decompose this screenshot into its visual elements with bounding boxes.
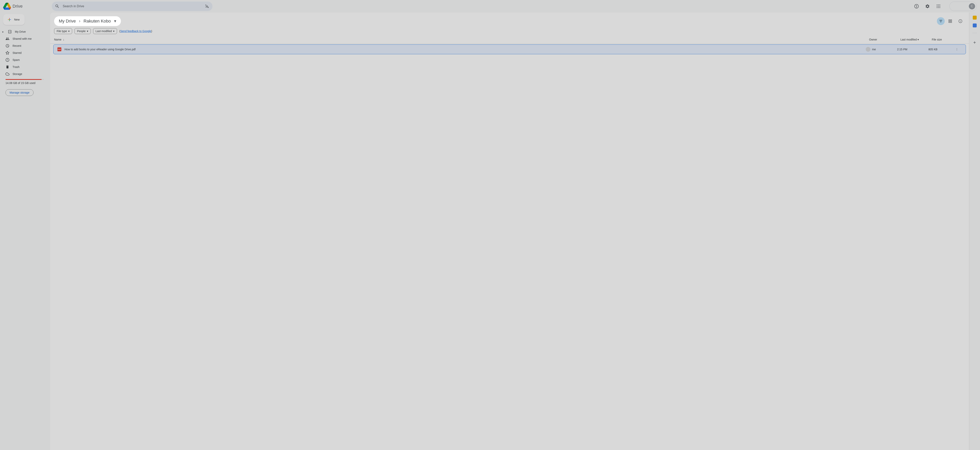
breadcrumb-current[interactable]: Rakuten Kobo [82,18,112,24]
svg-point-7 [939,6,940,7]
table-header: Name ↓ Owner Last modified ▾ File size [50,36,969,44]
svg-rect-13 [951,20,952,21]
nav-label: My Drive [15,30,25,33]
filter-chip-file-type[interactable]: File type ▾ [54,28,72,34]
drive-icon [8,30,12,34]
sidebar-item-recent[interactable]: Recent [2,42,47,49]
dropdown-icon: ▾ [113,30,115,33]
file-owner: me [866,47,897,52]
manage-storage-button[interactable]: Manage storage [5,89,33,96]
sidebar-item-spam[interactable]: Spam [2,56,47,63]
filter-button[interactable] [937,17,945,25]
content-main: My Drive › Rakuten Kobo ▾ [50,13,969,450]
search-input[interactable] [61,5,203,8]
col-header-modified[interactable]: Last modified ▾ [900,38,932,41]
chevron-right-icon: › [78,19,81,24]
filter-chip-last-modified[interactable]: Last modified ▾ [93,28,117,34]
contacts-app-icon[interactable] [973,24,977,27]
sort-down-icon: ↓ [63,38,64,41]
settings-icon[interactable] [923,2,932,11]
nav-label: Trash [13,65,19,68]
dropdown-icon: ▾ [87,30,88,33]
file-modified: 2:15 PM [897,48,929,51]
sidebar-item-my-drive[interactable]: ▸ My Drive [2,28,47,35]
nav-label: Storage [13,73,22,76]
sidebar-item-shared[interactable]: Shared with me [2,35,47,42]
pdf-icon: PDF [57,48,61,51]
filters-row: File type ▾ People ▾ Last modified ▾ (Se… [50,27,969,36]
dropdown-icon: ▾ [68,30,70,33]
keep-app-icon[interactable] [973,16,977,20]
storage-bar [5,79,44,80]
owner-avatar-icon [866,47,870,52]
avatar[interactable]: C [969,3,975,10]
header: Drive C [0,0,980,13]
sidebar-item-trash[interactable]: Trash [2,63,47,70]
col-header-name[interactable]: Name ↓ [54,38,869,41]
file-size: 805 KB [929,48,952,51]
breadcrumb: My Drive › Rakuten Kobo ▾ [54,16,121,26]
drive-logo-icon [3,2,11,10]
expand-icon[interactable]: ▸ [2,30,5,33]
nav-label: Recent [13,44,21,48]
svg-point-6 [938,6,939,7]
dropdown-icon[interactable]: ▾ [114,19,116,24]
svg-rect-15 [951,22,952,23]
col-header-owner[interactable]: Owner [869,38,900,41]
new-button[interactable]: New [3,14,25,25]
breadcrumb-my-drive[interactable]: My Drive [57,18,78,24]
col-header-size[interactable]: File size [932,38,955,41]
storage-text: 14.08 GB of 15 GB used [5,81,44,84]
svg-point-2 [937,5,937,5]
new-button-label: New [14,18,20,21]
more-actions-icon[interactable]: ⋮ [952,48,962,51]
app-name: Drive [13,4,22,9]
svg-rect-14 [949,22,950,23]
sidebar-item-starred[interactable]: Starred [2,49,47,56]
filter-chip-people[interactable]: People ▾ [75,28,91,34]
add-app-icon[interactable]: + [971,38,978,46]
svg-point-4 [939,5,940,5]
info-icon[interactable] [956,16,965,26]
svg-point-10 [939,7,940,8]
plus-icon [7,17,12,22]
help-icon[interactable] [912,2,921,11]
view-controls [937,16,965,26]
svg-rect-12 [949,20,950,21]
feedback-anchor[interactable]: Send feedback to Google [120,30,151,33]
right-sidebar: + [969,13,980,450]
account-area[interactable]: C [950,2,977,11]
apps-icon[interactable] [934,2,943,11]
svg-point-9 [938,7,939,8]
header-right: C [912,2,977,11]
spam-icon [5,58,10,62]
grid-view-icon[interactable] [945,16,955,26]
dropdown-icon: ▾ [918,38,919,41]
file-name: How to add books to your eReader using G… [65,48,866,51]
feedback-link: (Send feedback to Google) [119,30,152,33]
sidebar: New ▸ My Drive Shared with me Recent Sta… [0,13,50,450]
sidebar-item-storage[interactable]: Storage [2,70,47,78]
nav-label: Starred [13,51,22,54]
nav-label: Shared with me [13,37,32,40]
cloud-icon [5,72,10,76]
search-bar [52,2,212,11]
nav-label: Spam [13,58,20,62]
svg-point-3 [938,5,939,5]
search-icon[interactable] [53,2,61,10]
search-options-icon[interactable] [203,2,211,10]
star-icon [5,51,10,55]
logo-area[interactable]: Drive [3,2,52,10]
svg-point-8 [937,7,937,8]
clock-icon [5,44,10,48]
svg-point-5 [937,6,937,7]
people-icon [5,37,10,41]
file-row[interactable]: PDF How to add books to your eReader usi… [53,44,966,54]
trash-icon [5,65,10,69]
storage-fill [5,79,41,80]
